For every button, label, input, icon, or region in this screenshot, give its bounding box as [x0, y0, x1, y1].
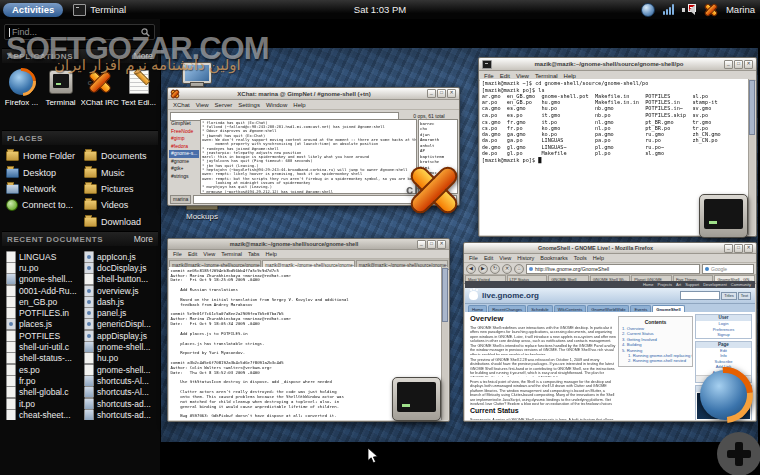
recent-doc[interactable]: shortcuts-Al... [84, 387, 158, 398]
im-status-icon[interactable] [641, 3, 655, 17]
recent-doc[interactable]: shell-global.c [6, 387, 82, 398]
menu-terminal[interactable]: Terminal [532, 73, 561, 79]
close-button[interactable]: ✕ [447, 89, 456, 98]
window-xchat[interactable]: XChat: marina @ GimpNet / #gnome-shell (… [167, 87, 460, 206]
window-terminal-po[interactable]: mazik@mazik:~/gnome-shell/source/gnome-s… [478, 57, 757, 237]
recent-doc[interactable]: places.js [6, 319, 82, 330]
contents-link[interactable]: 2. Running gnome-shell nested [619, 358, 692, 363]
applications-more-button[interactable]: More [134, 51, 153, 61]
menu-server[interactable]: Server [212, 102, 236, 108]
wiki-search-input[interactable] [680, 291, 720, 300]
menu-settings[interactable]: Settings [235, 102, 263, 108]
maximize-button[interactable]: □ [734, 60, 743, 69]
place-connect-to[interactable]: Connect to... [6, 197, 82, 213]
place-network[interactable]: Network [6, 181, 82, 197]
scrollbar[interactable] [441, 267, 448, 420]
minimize-button[interactable]: _ [417, 240, 426, 249]
recent-doc[interactable]: shell-button... [84, 274, 158, 285]
place-music[interactable]: Music [84, 164, 160, 180]
menu-window[interactable]: Window [263, 102, 290, 108]
search-titles-button[interactable]: Titles [721, 292, 736, 300]
app-item-text-editor[interactable]: Text Edi... [119, 64, 158, 124]
recent-doc[interactable]: cheat-sheet... [6, 409, 82, 420]
recent-doc[interactable]: es.po [6, 364, 82, 375]
recent-doc[interactable]: 0001-Add-Ru... [6, 285, 82, 296]
channel-item[interactable]: #strings [169, 173, 199, 181]
recent-doc[interactable]: overview.js [84, 285, 158, 296]
nav-link[interactable]: Projects [658, 282, 672, 287]
maximize-button[interactable]: □ [437, 89, 446, 98]
recent-more-button[interactable]: More [134, 234, 153, 244]
recent-doc[interactable]: hu.po [84, 353, 158, 364]
channel-item[interactable]: #gimp [169, 135, 199, 143]
menu-edit[interactable]: Edit [481, 255, 496, 261]
close-button[interactable]: ✕ [744, 244, 753, 253]
web-search-input[interactable]: Google [702, 264, 754, 274]
search-text-button[interactable]: Text [738, 292, 751, 300]
app-item-terminal[interactable]: Terminal [41, 64, 80, 124]
close-button[interactable]: ✕ [744, 60, 753, 69]
menu-help[interactable]: Help [590, 255, 607, 261]
add-workspace-button[interactable] [717, 432, 760, 475]
scrollbar[interactable] [748, 79, 755, 235]
place-videos[interactable]: Videos [84, 197, 160, 213]
place-desktop[interactable]: Desktop [6, 164, 82, 180]
recent-doc[interactable]: shortcuts-Al... [84, 375, 158, 386]
network-signal-icon[interactable] [663, 4, 674, 15]
menu-view[interactable]: View [200, 251, 218, 257]
menu-view[interactable]: View [496, 255, 514, 261]
menu-view[interactable]: View [513, 73, 532, 79]
recent-doc[interactable]: shortcuts-ad... [84, 409, 158, 420]
recent-doc[interactable]: en_GB.po [6, 296, 82, 307]
menu-file[interactable]: File [466, 255, 481, 261]
menu-tools[interactable]: Tools [571, 255, 590, 261]
maximize-button[interactable]: □ [734, 244, 743, 253]
minimize-button[interactable]: _ [427, 89, 436, 98]
menu-edit[interactable]: Edit [185, 251, 200, 257]
menu-help[interactable]: Help [263, 251, 280, 257]
place-home-folder[interactable]: Home Folder [6, 148, 82, 164]
menu-help[interactable]: Help [561, 73, 579, 79]
window-terminal-git[interactable]: mazik@mazik:~/gnome-shell/source/gnome-s… [167, 238, 450, 422]
site-logo[interactable]: live.gnome.org [482, 291, 539, 300]
minimize-button[interactable]: _ [724, 60, 733, 69]
app-menu[interactable]: Terminal [73, 4, 126, 16]
minimize-button[interactable]: _ [724, 244, 733, 253]
menu-view[interactable]: View [193, 102, 212, 108]
menu-edit[interactable]: Edit [497, 73, 513, 79]
channel-item[interactable]: FreeNode [169, 128, 199, 136]
close-button[interactable]: ✕ [437, 240, 446, 249]
recent-doc[interactable]: genericDispl... [84, 319, 158, 330]
activities-button[interactable]: Activities [3, 3, 63, 17]
app-item-xchat[interactable]: chat XChat IRC [80, 64, 119, 124]
recent-doc[interactable]: gnome-shell... [84, 364, 158, 375]
menu-file[interactable]: File [170, 251, 185, 257]
recent-doc[interactable]: POTFILES.in [6, 307, 82, 318]
scrollbar-thumb[interactable] [749, 80, 755, 135]
recent-doc[interactable]: shell-status-... [6, 353, 82, 364]
menu-help[interactable]: Help [290, 102, 308, 108]
reload-button[interactable]: ↻ [490, 264, 500, 274]
menu-file[interactable]: File [481, 73, 497, 79]
menu-tabs[interactable]: Tabs [245, 251, 263, 257]
nick-button[interactable]: marina [170, 195, 191, 204]
sidebar-link[interactable]: Signup [696, 332, 751, 338]
xchat-tray-icon[interactable] [704, 3, 718, 16]
nav-link[interactable]: Art [676, 282, 681, 287]
window-firefox[interactable]: GnomeShell - GNOME Live! - Mozilla Firef… [463, 242, 757, 422]
recent-doc[interactable]: shortcuts-ad... [84, 398, 158, 409]
channel-item[interactable]: #gnome [169, 158, 199, 166]
recent-doc[interactable]: appIcon.js [84, 251, 158, 262]
recent-doc[interactable]: LINGUAS [6, 251, 82, 262]
channel-item-selected[interactable]: #gnome-s... [169, 150, 199, 158]
volume-icon[interactable] [682, 4, 696, 16]
recent-doc[interactable]: appDisplay.js [84, 330, 158, 341]
maximize-button[interactable]: □ [427, 240, 436, 249]
channel-item[interactable]: #gtk+ [169, 165, 199, 173]
place-documents[interactable]: Documents [84, 148, 160, 164]
home-button[interactable]: ⌂ [514, 264, 524, 274]
recent-doc[interactable]: panel.js [84, 307, 158, 318]
url-bar[interactable]: http://live.gnome.org/GnomeShell [526, 264, 700, 274]
menu-bookmarks[interactable]: Bookmarks [537, 255, 571, 261]
recent-doc[interactable]: gnome-shell... [6, 274, 82, 285]
